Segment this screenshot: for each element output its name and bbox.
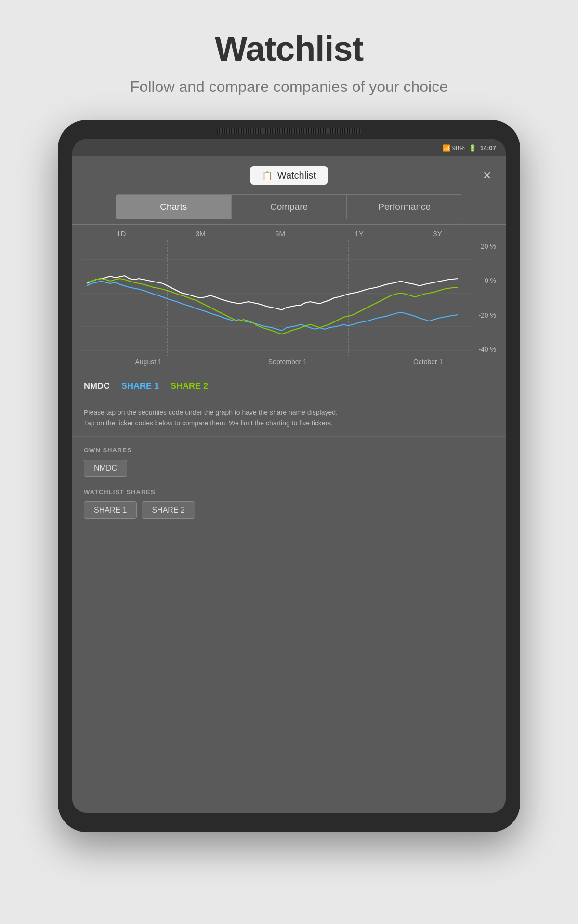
own-share-tags: NMDC	[84, 460, 494, 477]
time-1d[interactable]: 1D	[117, 230, 126, 238]
tab-compare[interactable]: Compare	[232, 195, 347, 219]
x-axis-labels: August 1 September 1 October 1	[72, 356, 506, 368]
chart-svg	[82, 240, 472, 356]
y-neg20: -20 %	[478, 311, 496, 319]
own-shares-label: OWN SHARES	[84, 447, 494, 454]
tab-charts[interactable]: Charts	[116, 195, 232, 219]
chart-svg-area: 20 % 0 % -20 % -40 %	[82, 240, 496, 356]
page-header: Watchlist Follow and compare companies o…	[130, 0, 448, 96]
page-subtitle: Follow and compare companies of your cho…	[130, 78, 448, 96]
time-1y[interactable]: 1Y	[355, 230, 364, 238]
time-3m[interactable]: 3M	[196, 230, 206, 238]
time-3y[interactable]: 3Y	[433, 230, 442, 238]
y-20: 20 %	[478, 243, 496, 250]
close-button[interactable]: ✕	[483, 169, 491, 182]
watchlist-shares-label: WATCHLIST SHARES	[84, 488, 494, 496]
y-neg40: -40 %	[478, 346, 496, 353]
time-6m[interactable]: 6M	[275, 230, 285, 238]
share-tag-share2[interactable]: SHARE 2	[142, 501, 195, 519]
y-axis-labels: 20 % 0 % -20 % -40 %	[478, 240, 496, 356]
info-line1: Please tap on the securities code under …	[84, 407, 494, 418]
x-august: August 1	[135, 358, 162, 366]
info-line2: Tap on the ticker codes below to compare…	[84, 418, 494, 428]
y-0: 0 %	[478, 277, 496, 284]
legend-nmdc[interactable]: NMDC	[84, 381, 110, 391]
chart-container: 1D 3M 6M 1Y 3Y	[72, 224, 506, 373]
share-tag-share1[interactable]: SHARE 1	[84, 501, 137, 519]
watchlist-pill[interactable]: 📋 Watchlist	[250, 166, 328, 185]
x-september: September 1	[268, 358, 307, 366]
watchlist-icon: 📋	[262, 170, 273, 181]
speaker-grille	[217, 128, 361, 134]
x-october: October 1	[413, 358, 443, 366]
legend-bar: NMDC SHARE 1 SHARE 2	[72, 373, 506, 399]
tab-performance[interactable]: Performance	[347, 195, 462, 219]
tab-bar: Charts Compare Performance	[116, 194, 462, 219]
own-shares-section: OWN SHARES NMDC WATCHLIST SHARES SHARE 1…	[72, 437, 506, 540]
watchlist-label: Watchlist	[277, 170, 316, 181]
device-screen: 📶 98% 🔋 14:07 📋 Watchlist ✕ Charts Comp	[72, 139, 506, 813]
legend-share2[interactable]: SHARE 2	[171, 381, 208, 391]
time-axis: 1D 3M 6M 1Y 3Y	[72, 230, 506, 238]
battery-icon: 🔋	[469, 144, 476, 152]
status-bar: 📶 98% 🔋 14:07	[72, 139, 506, 156]
legend-share1[interactable]: SHARE 1	[121, 381, 159, 391]
device-frame: 📶 98% 🔋 14:07 📋 Watchlist ✕ Charts Comp	[58, 120, 520, 832]
status-time: 14:07	[480, 144, 496, 152]
share-tag-nmdc[interactable]: NMDC	[84, 460, 127, 477]
watchlist-share-tags: SHARE 1 SHARE 2	[84, 501, 494, 519]
app-content: 📋 Watchlist ✕ Charts Compare Performance	[72, 156, 506, 813]
watchlist-header: 📋 Watchlist ✕	[72, 156, 506, 194]
info-section: Please tap on the securities code under …	[72, 399, 506, 437]
page-title: Watchlist	[130, 29, 448, 68]
wifi-icon: 📶 98%	[443, 144, 465, 152]
